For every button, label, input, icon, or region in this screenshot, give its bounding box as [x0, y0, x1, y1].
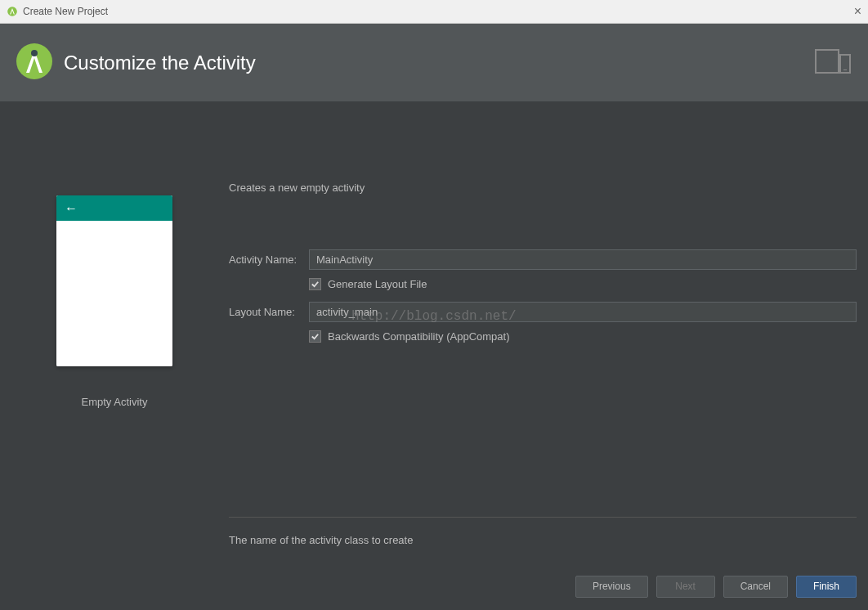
- back-arrow-icon: ←: [65, 201, 78, 216]
- phone-preview: ←: [56, 195, 172, 366]
- hint-text: The name of the activity class to create: [229, 534, 857, 546]
- wizard-header: Customize the Activity: [0, 24, 868, 101]
- preview-pane: ← Empty Activity: [0, 101, 229, 563]
- cancel-button[interactable]: Cancel: [723, 576, 788, 598]
- activity-name-row: Activity Name:: [229, 249, 857, 270]
- spacer: [229, 354, 857, 517]
- form-section: Creates a new empty activity Activity Na…: [229, 182, 857, 354]
- window-title: Create New Project: [23, 6, 108, 17]
- finish-button[interactable]: Finish: [796, 576, 857, 598]
- titlebar-left: Create New Project: [7, 6, 108, 17]
- previous-button[interactable]: Previous: [575, 576, 648, 598]
- preview-label: Empty Activity: [82, 396, 148, 408]
- activity-name-label: Activity Name:: [229, 253, 309, 266]
- android-logo-icon: [15, 42, 54, 84]
- layout-name-label: Layout Name:: [229, 306, 309, 318]
- layout-name-input[interactable]: [309, 302, 857, 322]
- generate-layout-row: Generate Layout File: [309, 278, 857, 290]
- backwards-compat-checkbox[interactable]: [309, 330, 321, 343]
- form-pane: Creates a new empty activity Activity Na…: [229, 101, 868, 563]
- page-title: Customize the Activity: [64, 52, 256, 74]
- svg-point-2: [31, 50, 38, 56]
- device-preview-icon: [814, 47, 853, 79]
- phone-body: [56, 221, 172, 366]
- wizard-footer: Previous Next Cancel Finish: [0, 563, 868, 610]
- backwards-compat-row: Backwards Compatibility (AppCompat): [309, 330, 857, 343]
- layout-name-row: Layout Name:: [229, 302, 857, 322]
- generate-layout-checkbox[interactable]: [309, 278, 321, 290]
- android-studio-icon: [7, 6, 18, 17]
- close-icon[interactable]: ×: [854, 4, 861, 19]
- svg-rect-3: [816, 50, 839, 73]
- generate-layout-label: Generate Layout File: [328, 278, 427, 290]
- next-button: Next: [656, 576, 715, 598]
- backwards-compat-label: Backwards Compatibility (AppCompat): [328, 330, 510, 343]
- form-description: Creates a new empty activity: [229, 182, 857, 194]
- phone-statusbar: ←: [56, 195, 172, 221]
- svg-point-1: [16, 43, 52, 79]
- wizard-content: ← Empty Activity Creates a new empty act…: [0, 101, 868, 563]
- svg-rect-5: [843, 70, 847, 70]
- activity-name-input[interactable]: [309, 249, 857, 270]
- divider: [229, 517, 857, 518]
- window-titlebar: Create New Project ×: [0, 0, 868, 24]
